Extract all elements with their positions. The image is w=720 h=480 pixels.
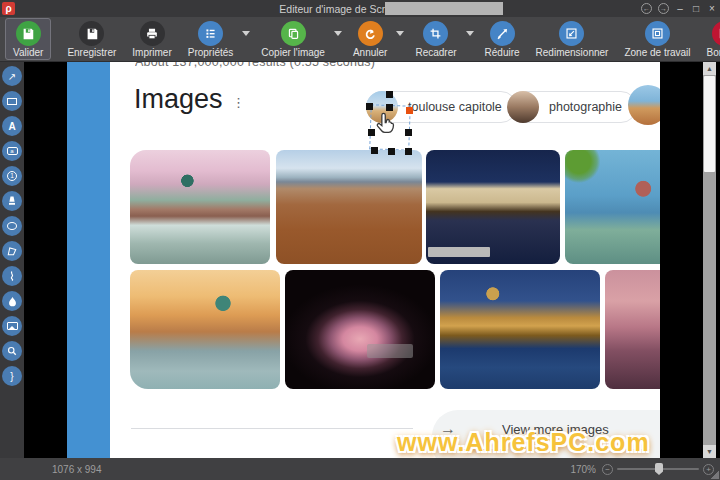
- crop-icon: [423, 21, 448, 46]
- selection-handle-bottom-mid[interactable]: [388, 148, 395, 155]
- recadrer-menu-arrow-icon[interactable]: [466, 31, 474, 36]
- properties-list-icon: [198, 21, 223, 46]
- nav-back-icon[interactable]: ←: [641, 3, 652, 14]
- recadrer-button[interactable]: Recadrer: [407, 18, 464, 60]
- resize-grip[interactable]: [711, 471, 719, 479]
- ahrefspc-watermark: www.AhrefsPC.com: [397, 428, 650, 457]
- annuler-label: Annuler: [353, 47, 387, 58]
- polygon-icon: [6, 245, 18, 257]
- toolbar: Valider Enregistrer Imprimer Propriétés …: [0, 17, 720, 62]
- editor-canvas[interactable]: About 137,000,000 results (0.55 seconds)…: [24, 62, 720, 458]
- text-balloon-tool-button[interactable]: a: [2, 141, 22, 161]
- zoom-out-button[interactable]: −: [602, 464, 613, 475]
- chip-label: photographie: [539, 100, 636, 114]
- result-image-bridge-pink[interactable]: [130, 150, 270, 264]
- copier-image-label: Copier l'image: [261, 47, 325, 58]
- results-count-text: About 137,000,000 results (0.55 seconds): [135, 62, 455, 69]
- bordure-label: Bordure: [707, 47, 720, 58]
- highlighter-tool-button[interactable]: [2, 191, 22, 211]
- maximize-button[interactable]: □: [691, 4, 701, 14]
- statusbar: 1076 x 994 170% − +: [0, 458, 720, 480]
- brace-tool-button[interactable]: }: [2, 366, 22, 386]
- text-icon: A: [8, 121, 15, 132]
- image-tool-button[interactable]: [2, 316, 22, 336]
- close-button[interactable]: ×: [707, 4, 717, 14]
- proprietes-menu-arrow-icon[interactable]: [242, 31, 250, 36]
- screenpresso-logo-icon: ρ: [2, 2, 15, 15]
- hand-cursor-icon: [373, 110, 399, 138]
- zone-de-travail-button[interactable]: Zone de travail: [616, 18, 698, 60]
- polygon-tool-button[interactable]: [2, 241, 22, 261]
- image-icon: [7, 322, 18, 330]
- drawing-tools-sidebar: ↗ A a 1 }: [0, 62, 24, 458]
- chip-thumbnail: [507, 91, 539, 123]
- selection-handle-bottom-right[interactable]: [405, 148, 412, 155]
- selection-handle-active[interactable]: [406, 107, 413, 114]
- image-caption-box: [428, 247, 490, 257]
- canvas-vertical-scrollbar[interactable]: ▲ ▼: [703, 62, 716, 458]
- shrink-arrow-icon: [490, 21, 515, 46]
- result-image-bridge-foliage[interactable]: [565, 150, 660, 264]
- result-image-aerial-city[interactable]: [276, 150, 422, 264]
- scroll-up-icon[interactable]: ▲: [703, 62, 716, 75]
- magnifier-icon: [6, 345, 18, 357]
- ellipse-tool-button[interactable]: [2, 216, 22, 236]
- highlighter-icon: [6, 195, 18, 207]
- save-icon: [79, 21, 104, 46]
- nav-forward-icon[interactable]: →: [658, 3, 669, 14]
- redimensionner-button[interactable]: Redimensionner: [528, 18, 617, 60]
- redacted-filename: [385, 2, 503, 15]
- zoom-slider[interactable]: [617, 468, 699, 470]
- copier-image-button[interactable]: Copier l'image: [253, 18, 333, 60]
- proprietes-label: Propriétés: [188, 47, 234, 58]
- result-image-night-bridge-lights[interactable]: [440, 270, 600, 389]
- bordure-button[interactable]: Bordure: [699, 18, 720, 60]
- magnifier-tool-button[interactable]: [2, 341, 22, 361]
- chip-thumbnail: [628, 85, 660, 125]
- proprietes-button[interactable]: Propriétés: [180, 18, 242, 60]
- blur-tool-button[interactable]: [2, 291, 22, 311]
- selection-handle-mid-right[interactable]: [405, 129, 412, 136]
- scrollbar-thumb[interactable]: [704, 76, 715, 172]
- freehand-tool-button[interactable]: [2, 266, 22, 286]
- more-menu-icon[interactable]: ⋮: [232, 95, 245, 110]
- valider-label: Valider: [13, 47, 43, 58]
- arrow-icon: ↗: [8, 71, 16, 82]
- imprimer-label: Imprimer: [132, 47, 171, 58]
- workspace-icon: [645, 21, 670, 46]
- recadrer-label: Recadrer: [415, 47, 456, 58]
- arrow-tool-button[interactable]: ↗: [2, 66, 22, 86]
- result-image-capitole-night[interactable]: [426, 150, 560, 264]
- enregistrer-button[interactable]: Enregistrer: [59, 18, 124, 60]
- selection-rotate-handle[interactable]: [386, 91, 393, 98]
- scroll-down-icon[interactable]: ▼: [703, 445, 716, 458]
- valider-button[interactable]: Valider: [5, 18, 51, 60]
- chip-partial[interactable]: [629, 91, 660, 123]
- section-divider: [131, 428, 413, 429]
- result-image-arch-view[interactable]: [285, 270, 435, 389]
- reduire-button[interactable]: Réduire: [477, 18, 528, 60]
- rectangle-tool-button[interactable]: [2, 91, 22, 111]
- annuler-button[interactable]: Annuler: [345, 18, 395, 60]
- result-image-dome-sunset[interactable]: [130, 270, 280, 389]
- captured-google-page: About 137,000,000 results (0.55 seconds)…: [110, 62, 660, 458]
- copier-menu-arrow-icon[interactable]: [334, 31, 342, 36]
- minimize-button[interactable]: –: [675, 4, 685, 14]
- selection-handle-top-left[interactable]: [366, 103, 373, 110]
- rectangle-icon: [7, 98, 17, 105]
- numbering-tool-button[interactable]: 1: [2, 166, 22, 186]
- annuler-menu-arrow-icon[interactable]: [396, 31, 404, 36]
- resize-icon: [559, 21, 584, 46]
- imprimer-button[interactable]: Imprimer: [124, 18, 179, 60]
- result-image-dusk-partial[interactable]: [605, 270, 660, 389]
- image-dimensions: 1076 x 994: [52, 464, 102, 475]
- zoom-slider-thumb[interactable]: [655, 463, 663, 475]
- selection-handle-bottom-left[interactable]: [371, 147, 378, 154]
- text-tool-button[interactable]: A: [2, 116, 22, 136]
- results-count-clipped: About 137,000,000 results (0.55 seconds): [135, 62, 455, 70]
- freehand-icon: [6, 270, 18, 282]
- titlebar: ρ Editeur d'image de Screenpresso - ← → …: [0, 0, 720, 17]
- redimensionner-label: Redimensionner: [536, 47, 609, 58]
- watermark-box: [367, 344, 413, 358]
- chip-photographie[interactable]: photographie: [507, 91, 637, 123]
